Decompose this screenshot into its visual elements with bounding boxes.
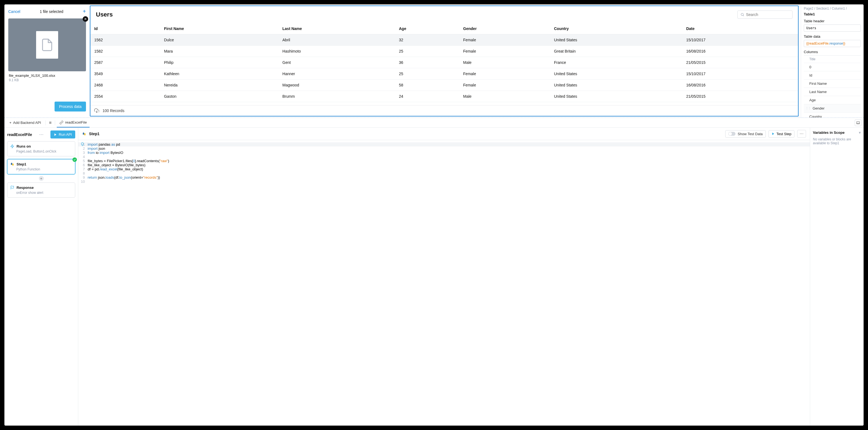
users-table-widget[interactable]: Users IdFirst NameLast NameAgeGenderCoun…: [90, 5, 799, 117]
column-header[interactable]: Country: [550, 23, 682, 34]
runs-on-sub: PageLoad, Button1.onClick: [16, 150, 72, 153]
table-cell: 2554: [90, 91, 160, 102]
svg-line-1: [743, 15, 744, 16]
code-line[interactable]: 6file_like_object = BytesIO(file_bytes): [78, 163, 810, 167]
file-thumbnail: ✕: [8, 19, 86, 71]
table-cell: Male: [459, 91, 550, 102]
column-config-item[interactable]: Age: [804, 96, 861, 104]
columns-list-header: Title: [804, 56, 861, 63]
column-config-item[interactable]: Id: [804, 71, 861, 79]
prop-label-columns: Columns: [804, 50, 861, 54]
column-config-item[interactable]: Country: [804, 112, 861, 118]
table-header-input[interactable]: [804, 25, 861, 32]
column-header[interactable]: Last Name: [279, 23, 395, 34]
response-card[interactable]: Response onError show alert: [7, 183, 75, 198]
table-cell: Great Britain: [550, 46, 682, 57]
search-input[interactable]: [746, 12, 789, 17]
add-step-button[interactable]: +: [39, 176, 44, 181]
step1-card[interactable]: Step1 Python Function: [7, 159, 75, 174]
test-step-button[interactable]: Test Step: [769, 130, 795, 138]
table-search-box[interactable]: [737, 10, 793, 19]
table-row[interactable]: 3549KathleenHanner25FemaleUnited States1…: [90, 68, 798, 79]
table-cell: Female: [459, 46, 550, 57]
table-cell: Brumm: [279, 91, 395, 102]
column-config-item[interactable]: Last Name: [804, 88, 861, 96]
process-data-button[interactable]: Process data: [55, 102, 86, 111]
svg-marker-4: [55, 133, 57, 136]
tab-readexcelfile[interactable]: readExcelFile: [57, 118, 90, 128]
api-tabs-bar: + Add Backend API ≡ readExcelFile: [4, 118, 864, 128]
table-cell: United States: [550, 68, 682, 79]
step-menu-button[interactable]: ⋯: [797, 130, 806, 138]
table-row[interactable]: 2468NereidaMagwood58FemaleUnited States1…: [90, 79, 798, 91]
table-cell: Magwood: [279, 79, 395, 91]
code-line[interactable]: 10: [78, 179, 810, 184]
svg-rect-7: [12, 164, 14, 166]
table-row[interactable]: 2554GastonBrumm24MaleUnited States21/05/…: [90, 91, 798, 102]
run-api-button[interactable]: Run API: [51, 131, 75, 138]
runs-on-card[interactable]: Runs on PageLoad, Button1.onClick: [7, 141, 75, 156]
menu-icon[interactable]: ≡: [48, 120, 53, 125]
code-line[interactable]: 9return json.loads(df.to_json(orient="re…: [78, 175, 810, 179]
table-row[interactable]: 1582MaraHashimoto25FemaleGreat Britain16…: [90, 46, 798, 57]
table-cell: 58: [395, 79, 459, 91]
component-name: Table1: [804, 12, 861, 16]
table-cell: Dulce: [160, 34, 279, 46]
column-header[interactable]: Id: [90, 23, 160, 34]
bolt-icon: [10, 144, 14, 148]
table-cell: Hashimoto: [279, 46, 395, 57]
code-line[interactable]: 1import pandas as pd: [78, 142, 810, 146]
table-cell: Hanner: [279, 68, 395, 79]
breadcrumb-item[interactable]: Column1: [832, 7, 845, 10]
svg-point-0: [741, 13, 743, 15]
code-line[interactable]: 5file_bytes = FilePicker1.files[0].readC…: [78, 159, 810, 163]
download-icon[interactable]: [94, 108, 99, 113]
column-header[interactable]: Age: [395, 23, 459, 34]
table-cell: Nereida: [160, 79, 279, 91]
breadcrumb-item[interactable]: Page2: [804, 7, 813, 10]
code-line[interactable]: 2import json: [78, 146, 810, 151]
file-picker-panel: Cancel 1 file selected + ✕ file_example_…: [4, 4, 90, 118]
file-card[interactable]: ✕ file_example_XLSX_100.xlsx 9.1 KB: [8, 19, 86, 82]
workflow-menu-icon[interactable]: ⋯: [38, 132, 44, 137]
prop-label-header: Table header: [804, 19, 861, 23]
table-row[interactable]: 1562DulceAbril32FemaleUnited States15/10…: [90, 34, 798, 46]
play-icon: [772, 132, 775, 135]
add-file-icon[interactable]: +: [83, 8, 86, 14]
column-config-item[interactable]: 0: [804, 63, 861, 71]
link-icon: [60, 121, 63, 125]
breadcrumb[interactable]: Page2 / Section1 / Column1 /: [804, 7, 861, 10]
divider: [55, 120, 55, 125]
add-backend-api-button[interactable]: + Add Backend API: [7, 121, 44, 125]
panel-toggle-button[interactable]: [855, 120, 861, 126]
code-line[interactable]: 3from io import BytesIO: [78, 151, 810, 155]
drag-handle-icon[interactable]: ⋮⋮: [805, 106, 810, 110]
lightbulb-icon[interactable]: [81, 142, 84, 146]
table-row[interactable]: 2587PhilipGent36MaleFrance21/05/2015: [90, 57, 798, 68]
column-header[interactable]: Gender: [459, 23, 550, 34]
panel-icon: [856, 121, 860, 125]
code-line[interactable]: 7df = pd.read_excel(file_like_object): [78, 167, 810, 171]
cancel-link[interactable]: Cancel: [8, 9, 21, 14]
breadcrumb-item[interactable]: Section1: [816, 7, 829, 10]
remove-file-icon[interactable]: ✕: [83, 16, 88, 22]
chevron-down-icon[interactable]: ▾: [859, 131, 861, 135]
code-editor[interactable]: 1import pandas as pd2import json3from io…: [78, 140, 810, 426]
column-header[interactable]: First Name: [160, 23, 279, 34]
column-config-item[interactable]: ⋮⋮Gender: [804, 104, 861, 112]
search-icon: [740, 12, 744, 17]
column-header[interactable]: Date: [682, 23, 798, 34]
code-line[interactable]: 8: [78, 171, 810, 175]
document-icon: [40, 37, 54, 53]
table-data-input[interactable]: {{readExcelFile.response}}: [804, 40, 861, 47]
table-cell: 1562: [90, 34, 160, 46]
code-line[interactable]: 4: [78, 155, 810, 159]
table-cell: United States: [550, 34, 682, 46]
column-config-item[interactable]: First Name: [804, 79, 861, 88]
table-title: Users: [96, 11, 113, 18]
step1-sub: Python Function: [16, 167, 72, 171]
show-test-data-toggle[interactable]: Show Test Data: [725, 130, 766, 138]
divider: [45, 120, 46, 125]
table-cell: 3549: [90, 68, 160, 79]
table-cell: Male: [459, 57, 550, 68]
